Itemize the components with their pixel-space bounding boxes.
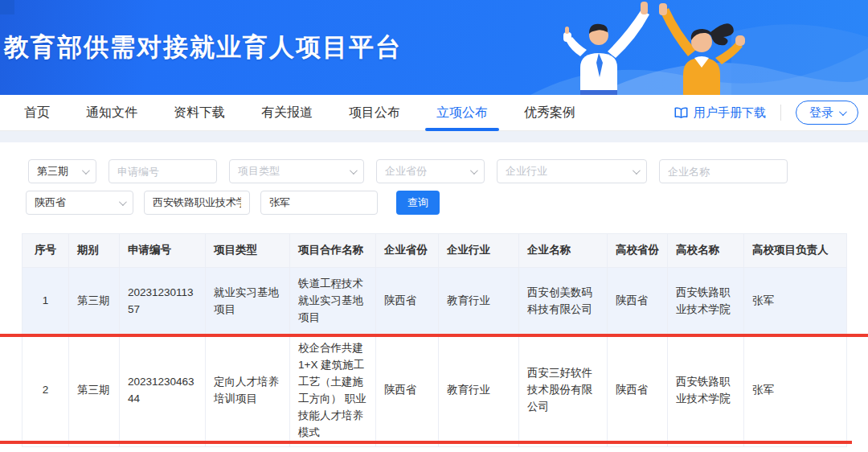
- table-cell: 就业实习基地项目: [206, 268, 290, 335]
- nav-item-reports[interactable]: 有关报道: [261, 95, 313, 131]
- period-select-value: 第三期: [37, 164, 77, 179]
- login-button[interactable]: 登录: [796, 101, 858, 125]
- nav-items: 首页 通知文件 资料下载 有关报道 项目公布 立项公布 优秀案例: [24, 95, 575, 131]
- hero-banner: 教育部供需对接就业育人项目平台: [0, 0, 868, 95]
- page: 教育部供需对接就业育人项目平台: [0, 0, 868, 452]
- table-cell: 西安创美数码科技有限公司: [519, 268, 608, 335]
- column-header: 申请编号: [120, 234, 206, 268]
- apply-no-input[interactable]: [108, 159, 217, 183]
- chevron-down-icon: [119, 198, 127, 206]
- column-header: 高校项目负责人: [744, 234, 847, 268]
- enterprise-industry-placeholder: 企业行业: [506, 164, 628, 179]
- table-cell: 铁道工程技术就业实习基地项目: [290, 268, 376, 335]
- period-select[interactable]: 第三期: [28, 159, 96, 183]
- table-cell: 陕西省: [608, 268, 668, 335]
- school-name-input[interactable]: [144, 191, 250, 215]
- column-header: 项目类型: [206, 234, 290, 268]
- nav-item-approval-announce[interactable]: 立项公布: [436, 95, 488, 131]
- corner-decoration: [0, 0, 14, 14]
- enterprise-province-placeholder: 企业省份: [385, 164, 465, 179]
- chevron-down-icon: [470, 166, 478, 175]
- table-row: 2第三期2023123046344定向人才培养培训项目校企合作共建1+X 建筑施…: [23, 335, 847, 447]
- apply-no-input-field[interactable]: [117, 166, 208, 178]
- leader-name-input-field[interactable]: [269, 197, 369, 209]
- table-cell: 教育行业: [439, 335, 519, 447]
- table-cell: 西安铁路职业技术学院: [668, 335, 744, 447]
- enterprise-industry-select[interactable]: 企业行业: [497, 159, 647, 183]
- chevron-down-icon: [350, 166, 358, 175]
- filter-row-1: 第三期 项目类型 企业省份 企业行业: [0, 159, 868, 183]
- filter-row-2: 陕西省 查询: [0, 191, 868, 215]
- table-cell: 西安铁路职业技术学院: [668, 268, 744, 335]
- content-area: 第三期 项目类型 企业省份 企业行业: [0, 142, 868, 447]
- leader-name-input[interactable]: [260, 191, 378, 215]
- table-cell: 陕西省: [608, 335, 668, 447]
- chevron-down-icon: [839, 108, 847, 116]
- table-cell: 2: [23, 335, 69, 447]
- results-table: 序号期别申请编号项目类型项目合作名称企业省份企业行业企业名称高校省份高校名称高校…: [22, 233, 847, 447]
- column-header: 高校名称: [668, 234, 744, 268]
- page-title: 教育部供需对接就业育人项目平台: [4, 31, 402, 64]
- table-cell: 教育行业: [439, 268, 519, 335]
- column-header: 期别: [69, 234, 120, 268]
- table-cell: 张军: [744, 335, 847, 447]
- table-cell: 校企合作共建1+X 建筑施工工艺（土建施工方向） 职业技能人才培养模式: [290, 335, 376, 447]
- page-background-strip: [0, 131, 868, 142]
- table-cell: 西安三好软件技术股份有限公司: [519, 335, 608, 447]
- table-cell: 2023123011357: [120, 268, 206, 335]
- results-table-wrap: 序号期别申请编号项目类型项目合作名称企业省份企业行业企业名称高校省份高校名称高校…: [22, 233, 846, 447]
- school-province-select[interactable]: 陕西省: [26, 191, 133, 215]
- red-annotation-line-1: [0, 334, 868, 337]
- nav-item-home[interactable]: 首页: [24, 95, 50, 131]
- project-type-select-placeholder: 项目类型: [238, 164, 345, 179]
- chevron-down-icon: [633, 166, 641, 175]
- table-cell: 定向人才培养培训项目: [206, 335, 290, 447]
- nav-right: 用户手册下载 登录: [674, 101, 858, 125]
- table-cell: 第三期: [69, 268, 120, 335]
- column-header: 企业行业: [439, 234, 519, 268]
- user-manual-label: 用户手册下载: [694, 105, 766, 121]
- user-manual-download-link[interactable]: 用户手册下载: [674, 105, 766, 121]
- column-header: 企业省份: [376, 234, 439, 268]
- search-button[interactable]: 查询: [396, 191, 440, 215]
- table-header-row: 序号期别申请编号项目类型项目合作名称企业省份企业行业企业名称高校省份高校名称高校…: [23, 234, 847, 268]
- nav-item-cases[interactable]: 优秀案例: [524, 95, 575, 131]
- table-cell: 2023123046344: [120, 335, 206, 447]
- school-name-input-field[interactable]: [153, 197, 241, 209]
- table-cell: 张军: [744, 268, 847, 335]
- book-open-icon: [674, 107, 688, 119]
- chevron-down-icon: [82, 166, 90, 175]
- nav-item-downloads[interactable]: 资料下载: [174, 95, 225, 131]
- column-header: 高校省份: [608, 234, 668, 268]
- column-header: 序号: [23, 234, 69, 268]
- table-cell: 陕西省: [376, 335, 439, 447]
- project-type-select[interactable]: 项目类型: [229, 159, 364, 183]
- login-label: 登录: [809, 105, 833, 121]
- red-annotation-line-2: [0, 441, 852, 444]
- table-row: 1第三期2023123011357就业实习基地项目铁道工程技术就业实习基地项目陕…: [23, 268, 847, 335]
- school-province-value: 陕西省: [35, 195, 114, 210]
- enterprise-name-input[interactable]: [659, 159, 788, 183]
- enterprise-province-select[interactable]: 企业省份: [376, 159, 485, 183]
- table-cell: 1: [23, 268, 69, 335]
- table-cell: 陕西省: [376, 268, 439, 335]
- nav-item-project-announce[interactable]: 项目公布: [349, 95, 400, 131]
- column-header: 项目合作名称: [290, 234, 376, 268]
- nav-bar: 首页 通知文件 资料下载 有关报道 项目公布 立项公布 优秀案例 用户手册下载 …: [0, 95, 868, 131]
- divider: [780, 105, 781, 121]
- nav-item-notices[interactable]: 通知文件: [86, 95, 137, 131]
- enterprise-name-input-field[interactable]: [668, 166, 779, 178]
- high-five-illustration: [530, 0, 868, 95]
- column-header: 企业名称: [519, 234, 608, 268]
- table-cell: 第三期: [69, 335, 120, 447]
